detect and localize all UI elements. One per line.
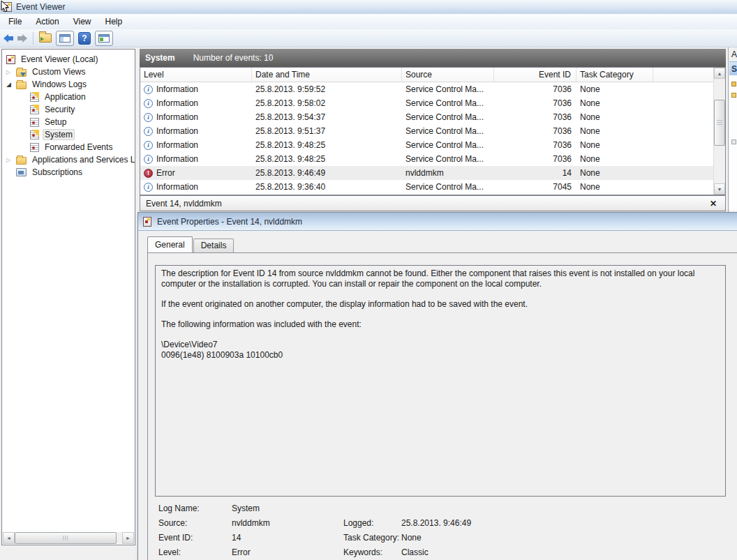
close-icon[interactable]: ✕ (710, 199, 717, 209)
level-cell: Information (156, 140, 198, 150)
scrollbar-thumb[interactable] (714, 100, 725, 146)
event-row[interactable]: iInformation 25.8.2013. 9:58:02 Service … (140, 96, 725, 110)
tree-item-subscriptions[interactable]: Subscriptions (2, 166, 135, 179)
description-paragraph: The following information was included w… (161, 319, 720, 330)
event-id-cell: 7036 (494, 84, 576, 94)
task-category-cell: None (576, 168, 653, 178)
field-row: Source: nvlddmkm Logged: 25.8.2013. 9:46… (158, 515, 737, 530)
event-count: Number of events: 10 (193, 53, 274, 63)
column-header-source[interactable]: Source (402, 68, 494, 82)
level-cell: Information (156, 126, 198, 136)
expand-collapsed-icon[interactable]: ▷ (6, 69, 16, 75)
date-cell: 25.8.2013. 9:51:37 (252, 126, 402, 136)
back-button[interactable] (3, 34, 13, 43)
tree-item-custom-views[interactable]: ▷ Custom Views (2, 66, 135, 78)
expand-expanded-icon[interactable]: ◢ (6, 81, 16, 88)
menu-file[interactable]: File (1, 15, 29, 28)
event-row[interactable]: iInformation 25.8.2013. 9:48:25 Service … (140, 138, 725, 152)
source-cell: Service Control Ma... (402, 154, 494, 164)
tree-item-security[interactable]: Security (2, 103, 135, 116)
event-id-cell: 7045 (494, 182, 576, 192)
tree-item-application[interactable]: Application (2, 91, 135, 103)
date-cell: 25.8.2013. 9:54:37 (252, 112, 402, 122)
scroll-right-icon[interactable]: ► (122, 532, 134, 544)
events-table-header: Level Date and Time Source Event ID Task… (140, 68, 725, 82)
dialog-title: Event Properties - Event 14, nvlddmkm (157, 217, 302, 227)
scroll-left-icon[interactable]: ◄ (3, 532, 15, 544)
source-cell: Service Control Ma... (402, 112, 494, 122)
tab-details[interactable]: Details (193, 239, 234, 252)
column-header-level[interactable]: Level (140, 68, 252, 82)
field-label: Logged: (343, 518, 401, 528)
scrollbar-thumb[interactable] (15, 532, 117, 544)
field-value: nvlddmkm (232, 518, 343, 528)
tree-item-event-viewer-local[interactable]: Event Viewer (Local) (2, 53, 135, 66)
event-properties-icon (143, 217, 151, 227)
information-icon: i (144, 155, 153, 164)
tree-item-forwarded-events[interactable]: Forwarded Events (2, 141, 135, 153)
source-cell: Service Control Ma... (402, 126, 494, 136)
tree-item-label: Forwarded Events (43, 142, 114, 153)
console-tree-icon (59, 34, 70, 43)
scroll-down-icon[interactable]: ▼ (714, 183, 725, 195)
tree-item-setup[interactable]: Setup (2, 116, 135, 128)
event-row[interactable]: iInformation 25.8.2013. 9:54:37 Service … (140, 110, 725, 124)
information-icon: i (144, 141, 153, 150)
scroll-up-icon[interactable]: ▲ (714, 68, 725, 79)
field-label: Keywords: (343, 547, 401, 557)
description-paragraph: If the event originated on another compu… (161, 299, 720, 310)
date-cell: 25.8.2013. 9:48:25 (252, 140, 402, 150)
applications-services-folder-icon (16, 157, 27, 165)
field-value: 25.8.2013. 9:46:49 (401, 518, 737, 528)
general-tab-page: The description for Event ID 14 from sou… (147, 252, 737, 560)
event-id-cell: 14 (494, 168, 576, 178)
source-cell: Service Control Ma... (402, 140, 494, 150)
dialog-titlebar[interactable]: Event Properties - Event 14, nvlddmkm (138, 213, 737, 231)
tab-general[interactable]: General (147, 236, 193, 252)
column-header-task-category[interactable]: Task Category (576, 68, 653, 82)
column-header-date[interactable]: Date and Time (252, 68, 402, 82)
event-id-cell: 7036 (494, 112, 576, 122)
event-viewer-window: Event Viewer File Action View Help ? Eve… (0, 0, 737, 560)
show-console-tree-button[interactable] (56, 31, 74, 46)
action-pane-icon (98, 34, 110, 43)
menu-view[interactable]: View (66, 15, 98, 28)
tree-item-applications-services[interactable]: ▷ Applications and Services Lo (2, 153, 135, 166)
pane-splitter[interactable] (727, 47, 729, 212)
action-icon-fragment (731, 93, 736, 98)
event-description-box[interactable]: The description for Event ID 14 from sou… (155, 265, 726, 497)
show-action-pane-button[interactable] (95, 31, 113, 46)
forwarded-events-log-icon (30, 143, 39, 152)
forward-button[interactable] (17, 34, 27, 43)
field-label: Event ID: (158, 533, 232, 543)
tree-item-system[interactable]: System (2, 128, 135, 141)
system-log-icon (30, 130, 39, 139)
expand-collapsed-icon[interactable]: ▷ (6, 157, 16, 163)
event-row[interactable]: iInformation 25.8.2013. 9:51:37 Service … (140, 124, 725, 138)
information-icon: i (144, 113, 153, 122)
information-icon: i (144, 183, 153, 192)
menu-action[interactable]: Action (29, 15, 66, 28)
tree-item-label: Subscriptions (30, 167, 84, 178)
help-button[interactable]: ? (78, 32, 91, 45)
menu-help[interactable]: Help (98, 15, 130, 28)
event-row[interactable]: iInformation 25.8.2013. 9:59:52 Service … (140, 82, 725, 96)
sidebar-horizontal-scrollbar[interactable]: ◄ ► (3, 532, 134, 544)
events-vertical-scrollbar[interactable]: ▲ ▼ (713, 68, 725, 195)
window-title: Event Viewer (16, 2, 65, 12)
event-row[interactable]: iInformation 25.8.2013. 9:48:25 Service … (140, 152, 725, 166)
open-saved-log-button[interactable] (39, 33, 52, 43)
tree-item-windows-logs[interactable]: ◢ Windows Logs (2, 78, 135, 91)
tree-item-label: Setup (43, 116, 68, 128)
dialog-body: General Details The description for Even… (138, 231, 737, 560)
window-titlebar[interactable]: Event Viewer (0, 0, 737, 14)
event-row[interactable]: iInformation 25.8.2013. 9:36:40 Service … (140, 180, 725, 194)
level-cell: Information (156, 98, 198, 108)
event-row-selected-error[interactable]: !Error 25.8.2013. 9:46:49 nvlddmkm 14 No… (140, 166, 725, 180)
event-fields: Log Name: System Source: nvlddmkm Logged… (158, 501, 737, 559)
column-header-event-id[interactable]: Event ID (494, 68, 576, 82)
source-cell: nvlddmkm (402, 168, 494, 178)
task-category-cell: None (576, 140, 653, 150)
error-icon: ! (144, 169, 153, 178)
toolbar-separator (33, 32, 34, 45)
